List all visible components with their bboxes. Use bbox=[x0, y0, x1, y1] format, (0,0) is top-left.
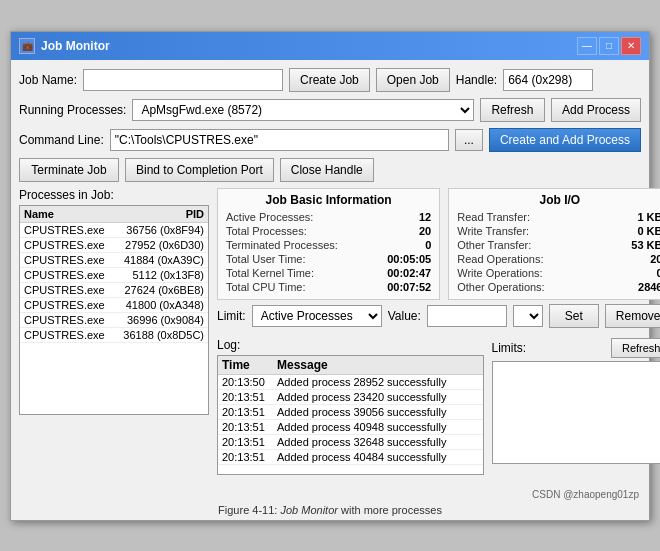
info-val: 20 bbox=[419, 225, 431, 237]
handle-value[interactable] bbox=[503, 69, 593, 91]
io-val: 20 bbox=[650, 253, 660, 265]
io-val: 1 KB bbox=[637, 211, 660, 223]
process-pid: 36188 (0x8D5C) bbox=[114, 329, 204, 341]
title-buttons: — □ ✕ bbox=[577, 37, 641, 55]
process-pid: 36756 (0x8F94) bbox=[114, 224, 204, 236]
app-icon: 💼 bbox=[19, 38, 35, 54]
running-processes-label: Running Processes: bbox=[19, 103, 126, 117]
io-key: Read Operations: bbox=[457, 253, 543, 265]
job-io-title: Job I/O bbox=[457, 193, 660, 207]
basic-info-row: Total Processes:20 bbox=[226, 225, 431, 237]
main-area: Processes in Job: Name PID CPUSTRES.exe3… bbox=[19, 188, 641, 475]
process-panel: Processes in Job: Name PID CPUSTRES.exe3… bbox=[19, 188, 209, 475]
command-line-input[interactable] bbox=[110, 129, 449, 151]
process-name: CPUSTRES.exe bbox=[24, 254, 114, 266]
refresh-button[interactable]: Refresh bbox=[480, 98, 545, 122]
process-list-header: Name PID bbox=[20, 206, 208, 223]
limit-value-select[interactable] bbox=[513, 305, 543, 327]
info-panel: Job Basic Information Active Processes:1… bbox=[217, 188, 660, 475]
basic-info-row: Total User Time:00:05:05 bbox=[226, 253, 431, 265]
basic-info-row: Total Kernel Time:00:02:47 bbox=[226, 267, 431, 279]
process-list-item[interactable]: CPUSTRES.exe41800 (0xA348) bbox=[20, 298, 208, 313]
basic-info-rows: Active Processes:12Total Processes:20Ter… bbox=[226, 211, 431, 293]
set-button[interactable]: Set bbox=[549, 304, 599, 328]
info-val: 00:07:52 bbox=[387, 281, 431, 293]
process-list-item[interactable]: CPUSTRES.exe27952 (0x6D30) bbox=[20, 238, 208, 253]
io-val: 2846 bbox=[638, 281, 660, 293]
process-list-item[interactable]: CPUSTRES.exe36996 (0x9084) bbox=[20, 313, 208, 328]
close-button[interactable]: ✕ bbox=[621, 37, 641, 55]
caption-suffix: with more processes bbox=[338, 504, 442, 516]
process-list-item[interactable]: CPUSTRES.exe36756 (0x8F94) bbox=[20, 223, 208, 238]
remove-button[interactable]: Remove bbox=[605, 304, 660, 328]
info-key: Total CPU Time: bbox=[226, 281, 305, 293]
job-name-input[interactable] bbox=[83, 69, 283, 91]
process-name: CPUSTRES.exe bbox=[24, 284, 114, 296]
log-panel[interactable]: Time Message 20:13:50Added process 28952… bbox=[217, 355, 484, 475]
limit-value-input[interactable] bbox=[427, 305, 507, 327]
command-line-label: Command Line: bbox=[19, 133, 104, 147]
create-and-add-button[interactable]: Create and Add Process bbox=[489, 128, 641, 152]
limit-select[interactable]: Active Processes bbox=[252, 305, 382, 327]
log-message: Added process 39056 successfully bbox=[277, 406, 479, 418]
process-name: CPUSTRES.exe bbox=[24, 299, 114, 311]
log-rows: 20:13:50Added process 28952 successfully… bbox=[218, 375, 483, 465]
log-label: Log: bbox=[217, 338, 484, 352]
maximize-button[interactable]: □ bbox=[599, 37, 619, 55]
log-time: 20:13:51 bbox=[222, 391, 277, 403]
job-io-row: Other Operations:2846 bbox=[457, 281, 660, 293]
handle-label: Handle: bbox=[456, 73, 497, 87]
io-key: Read Transfer: bbox=[457, 211, 530, 223]
log-message: Added process 28952 successfully bbox=[277, 376, 479, 388]
limits-header: Limits: Refresh bbox=[492, 338, 661, 358]
io-key: Write Transfer: bbox=[457, 225, 529, 237]
window-title: Job Monitor bbox=[41, 39, 110, 53]
process-name: CPUSTRES.exe bbox=[24, 269, 114, 281]
io-val: 0 KB bbox=[637, 225, 660, 237]
running-processes-select[interactable]: ApMsgFwd.exe (8572) bbox=[132, 99, 474, 121]
info-key: Terminated Processes: bbox=[226, 239, 338, 251]
create-job-button[interactable]: Create Job bbox=[289, 68, 370, 92]
limits-refresh-button[interactable]: Refresh bbox=[611, 338, 660, 358]
log-entry: 20:13:51Added process 23420 successfully bbox=[218, 390, 483, 405]
process-list-item[interactable]: CPUSTRES.exe27624 (0x6BE8) bbox=[20, 283, 208, 298]
bind-to-completion-button[interactable]: Bind to Completion Port bbox=[125, 158, 274, 182]
window-content: Job Name: Create Job Open Job Handle: do… bbox=[11, 60, 649, 489]
job-io-rows: Read Transfer:1 KBWrite Transfer:0 KBOth… bbox=[457, 211, 660, 293]
process-list-item[interactable]: CPUSTRES.exe41884 (0xA39C) bbox=[20, 253, 208, 268]
process-pid: 41884 (0xA39C) bbox=[114, 254, 204, 266]
log-area: Log: Time Message 20:13:50Added process … bbox=[217, 338, 484, 475]
open-job-button[interactable]: Open Job bbox=[376, 68, 450, 92]
process-list[interactable]: Name PID CPUSTRES.exe36756 (0x8F94)CPUST… bbox=[19, 205, 209, 415]
limits-panel: Limits: Refresh bbox=[492, 338, 661, 475]
minimize-button[interactable]: — bbox=[577, 37, 597, 55]
info-key: Active Processes: bbox=[226, 211, 313, 223]
process-list-item[interactable]: CPUSTRES.exe5112 (0x13F8) bbox=[20, 268, 208, 283]
info-key: Total Kernel Time: bbox=[226, 267, 314, 279]
log-message: Added process 40484 successfully bbox=[277, 451, 479, 463]
process-pid: 27624 (0x6BE8) bbox=[114, 284, 204, 296]
log-col-time-header: Time bbox=[222, 358, 277, 372]
watermark: CSDN @zhaopeng01zp bbox=[11, 489, 649, 500]
add-process-button[interactable]: Add Process bbox=[551, 98, 641, 122]
title-bar: 💼 Job Monitor — □ ✕ bbox=[11, 32, 649, 60]
title-bar-left: 💼 Job Monitor bbox=[19, 38, 110, 54]
log-entry: 20:13:51Added process 40484 successfully bbox=[218, 450, 483, 465]
process-name: CPUSTRES.exe bbox=[24, 239, 114, 251]
col-name-header: Name bbox=[24, 208, 114, 220]
terminate-job-button[interactable]: Terminate Job bbox=[19, 158, 119, 182]
basic-info-row: Terminated Processes:0 bbox=[226, 239, 431, 251]
io-val: 0 bbox=[656, 267, 660, 279]
close-handle-button[interactable]: Close Handle bbox=[280, 158, 374, 182]
log-entry: 20:13:51Added process 40948 successfully bbox=[218, 420, 483, 435]
info-val: 00:05:05 bbox=[387, 253, 431, 265]
action-buttons-row: Terminate Job Bind to Completion Port Cl… bbox=[19, 158, 641, 182]
process-list-item[interactable]: CPUSTRES.exe36188 (0x8D5C) bbox=[20, 328, 208, 343]
io-key: Other Transfer: bbox=[457, 239, 531, 251]
running-processes-row: Running Processes: ApMsgFwd.exe (8572) R… bbox=[19, 98, 641, 122]
log-message: Added process 23420 successfully bbox=[277, 391, 479, 403]
browse-button[interactable]: ... bbox=[455, 129, 483, 151]
caption-prefix: Figure 4-11: bbox=[218, 504, 280, 516]
job-io-row: Write Operations:0 bbox=[457, 267, 660, 279]
log-header: Time Message bbox=[218, 356, 483, 375]
